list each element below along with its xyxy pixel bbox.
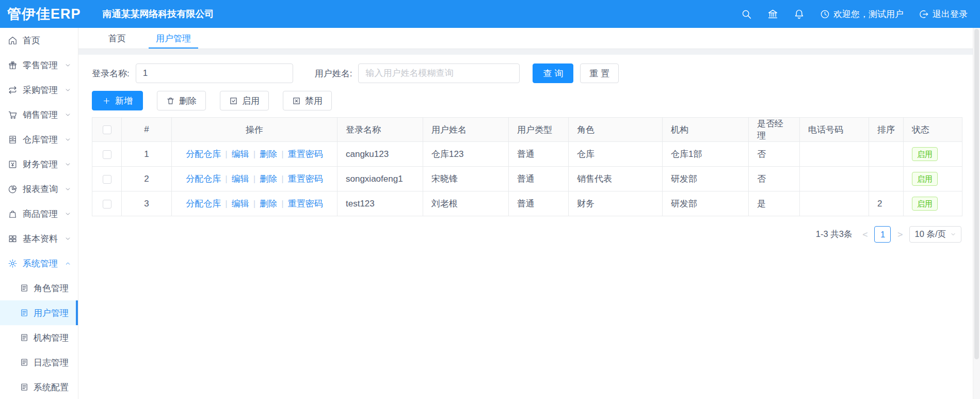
next-page-button[interactable]: > [896,229,904,240]
user-mgmt-panel: 登录名称: 用户姓名: 查 询 重 置 新增 删除 [78,55,980,399]
top-header: 管伊佳ERP 南通某某网络科技有限公司 欢迎您，测试用户 退出登录 [0,0,980,28]
sidebar-item-log-mgmt[interactable]: 日志管理 [0,350,78,375]
sidebar-item-finance[interactable]: 财务管理 [0,152,78,177]
delete-link[interactable]: 删除 [260,198,277,210]
sidebar-item-org-mgmt[interactable]: 机构管理 [0,325,78,350]
col-role: 角色 [569,118,663,142]
select-all-checkbox[interactable] [103,125,111,134]
bell-icon[interactable] [794,9,805,20]
sidebar-item-sales[interactable]: 销售管理 [0,102,78,127]
delete-link[interactable]: 删除 [260,148,277,160]
cell-role: 销售代表 [569,167,663,191]
row-checkbox[interactable] [103,200,111,209]
chevron-down-icon [65,235,71,242]
col-actions: 操作 [172,118,338,142]
logout-button[interactable]: 退出登录 [919,8,968,20]
basic-icon [8,234,18,244]
cell-login: songxiaofeng1 [338,167,423,191]
chevron-down-icon [65,136,71,143]
add-button[interactable]: 新增 [92,91,143,110]
cell-type: 普通 [509,191,569,216]
cell-manager: 是 [749,191,800,216]
pagination-total: 1-3 共3条 [816,229,853,240]
sidebar: 首页 零售管理 采购管理 销售管理 仓库管理 [0,28,78,399]
current-page-button[interactable]: 1 [874,226,891,243]
warehouse-icon [8,135,18,145]
sidebar-item-label: 销售管理 [23,109,58,121]
disable-button[interactable]: 禁用 [283,91,332,110]
edit-link[interactable]: 编辑 [232,173,249,185]
sidebar-item-goods[interactable]: 商品管理 [0,201,78,226]
tab-home[interactable]: 首页 [101,28,133,49]
cell-manager: 否 [749,142,800,167]
table-row: 3 分配仓库|编辑|删除|重置密码 test123 刘老根 普通 财务 研发部 … [92,191,962,216]
sidebar-item-label: 用户管理 [34,307,69,319]
enable-button[interactable]: 启用 [220,91,269,110]
scrollbar-thumb[interactable] [974,29,979,359]
col-type: 用户类型 [509,118,569,142]
sidebar-item-label: 首页 [23,35,40,46]
login-name-input[interactable] [136,63,293,83]
sidebar-item-label: 零售管理 [23,59,58,71]
main-area: 首页 零售管理 采购管理 销售管理 仓库管理 [0,28,980,399]
reset-button[interactable]: 重 置 [580,63,619,83]
assign-warehouse-link[interactable]: 分配仓库 [186,148,221,160]
cell-phone [800,167,869,191]
cell-sort [869,167,904,191]
delete-link[interactable]: 删除 [260,173,277,185]
chevron-down-icon [950,231,956,237]
row-actions: 分配仓库|编辑|删除|重置密码 [174,198,335,210]
cell-type: 普通 [509,142,569,167]
cell-org: 研发部 [663,167,749,191]
logout-icon [919,9,929,19]
search-icon[interactable] [741,9,752,20]
sidebar-item-label: 系统管理 [23,258,58,269]
row-actions: 分配仓库|编辑|删除|重置密码 [174,148,335,160]
col-index: # [122,118,172,142]
welcome-text: 欢迎您，测试用户 [833,8,904,20]
edit-link[interactable]: 编辑 [232,148,249,160]
scrollbar[interactable] [973,28,980,399]
col-sort: 排序 [869,118,904,142]
delete-button[interactable]: 删除 [157,91,206,110]
sidebar-item-user-mgmt[interactable]: 用户管理 [0,300,78,325]
sidebar-item-basic[interactable]: 基本资料 [0,226,78,251]
assign-warehouse-link[interactable]: 分配仓库 [186,173,221,185]
query-button[interactable]: 查 询 [533,63,573,83]
tab-user-mgmt[interactable]: 用户管理 [149,28,198,49]
user-name-label: 用户姓名: [315,68,352,79]
sidebar-item-label: 机构管理 [34,332,69,344]
col-phone: 电话号码 [800,118,869,142]
search-form: 登录名称: 用户姓名: 查 询 重 置 [92,63,962,83]
sidebar-item-report[interactable]: 报表查询 [0,177,78,201]
prev-page-button[interactable]: < [861,229,869,240]
reset-password-link[interactable]: 重置密码 [288,173,323,185]
app-root: 管伊佳ERP 南通某某网络科技有限公司 欢迎您，测试用户 退出登录 [0,0,980,399]
bank-icon[interactable] [767,9,778,20]
sales-icon [8,110,18,120]
assign-warehouse-link[interactable]: 分配仓库 [186,198,221,210]
sidebar-item-retail[interactable]: 零售管理 [0,53,78,77]
sidebar-item-label: 采购管理 [23,84,58,96]
sidebar-item-role-mgmt[interactable]: 角色管理 [0,276,78,300]
reset-password-link[interactable]: 重置密码 [288,198,323,210]
page-size-select[interactable]: 10 条/页 [909,226,961,243]
sidebar-item-system[interactable]: 系统管理 [0,251,78,276]
sidebar-item-warehouse[interactable]: 仓库管理 [0,127,78,152]
sidebar-item-home[interactable]: 首页 [0,28,78,53]
chevron-up-icon [65,260,71,267]
row-actions: 分配仓库|编辑|删除|重置密码 [174,173,335,185]
reset-password-link[interactable]: 重置密码 [288,148,323,160]
welcome-user[interactable]: 欢迎您，测试用户 [820,8,904,20]
cell-login: test123 [338,191,423,216]
row-checkbox[interactable] [103,175,111,184]
sidebar-item-purchase[interactable]: 采购管理 [0,77,78,102]
row-checkbox[interactable] [103,150,111,159]
user-name-input[interactable] [358,63,520,83]
app-logo: 管伊佳ERP [7,5,81,23]
sidebar-item-sys-config[interactable]: 系统配置 [0,375,78,399]
edit-link[interactable]: 编辑 [232,198,249,210]
chevron-down-icon [65,161,71,168]
purchase-icon [8,85,18,95]
goods-icon [8,209,18,219]
